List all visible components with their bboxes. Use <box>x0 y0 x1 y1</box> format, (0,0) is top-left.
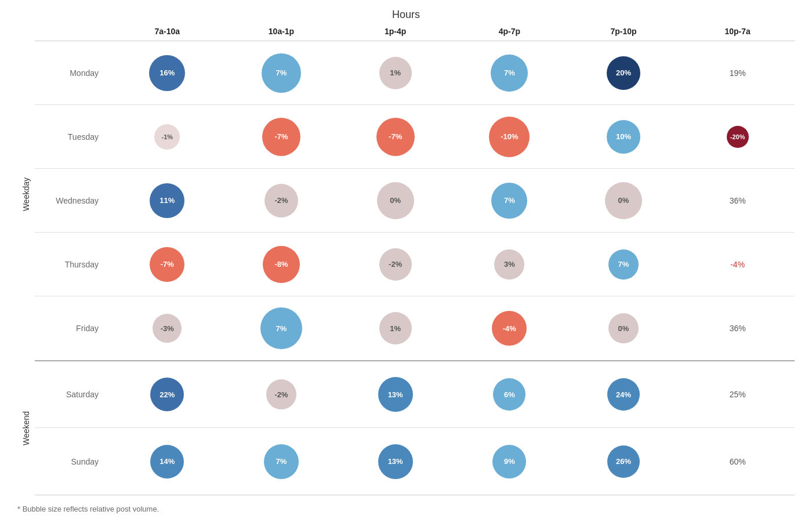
weekend-section: Saturday22%-2%13%6%24%25%Sunday14%7%13%9… <box>35 361 795 495</box>
table-cell: 16% <box>110 55 224 91</box>
bubble: 7% <box>491 55 528 92</box>
table-cell: 22% <box>110 378 224 411</box>
bubble: 10% <box>607 120 640 154</box>
bubble: 3% <box>494 249 524 280</box>
table-cell: 7% <box>452 183 567 219</box>
table-cell: 7% <box>452 55 567 92</box>
bubble: -20% <box>727 126 749 148</box>
table-cell: 7% <box>224 307 339 349</box>
table-cell: 14% <box>110 445 224 478</box>
bubble: -4% <box>492 311 527 346</box>
table-cell: 0% <box>338 182 452 219</box>
table-cell: 0% <box>567 182 681 219</box>
table-cell: -7% <box>110 247 224 282</box>
bubble: -10% <box>489 117 530 157</box>
row-label: Saturday <box>35 390 110 399</box>
table-cell: 24% <box>567 378 681 411</box>
col-header: 7a-10a <box>110 27 224 36</box>
bubble: 22% <box>150 378 184 411</box>
bubble: 6% <box>493 378 525 411</box>
bubble: -1% <box>154 124 180 150</box>
bubble: 0% <box>377 182 414 219</box>
col-header: 10p-7a <box>680 27 795 36</box>
rows-container: Monday16%7%1%7%20%19%Tuesday-1%-7%-7%-10… <box>35 41 795 495</box>
table-cell: 13% <box>338 377 452 412</box>
col-header: 7p-10p <box>567 27 681 36</box>
bubble: -2% <box>379 248 412 281</box>
table-cell: 1% <box>338 57 452 89</box>
bubble: -7% <box>376 118 415 156</box>
table-cell: -2% <box>338 248 452 281</box>
bubble: 14% <box>150 445 184 478</box>
bubble: 24% <box>607 378 640 411</box>
bubble: -7% <box>262 118 300 156</box>
row-label: Monday <box>35 68 110 78</box>
table-cell: 11% <box>110 183 224 218</box>
col-header-spacer <box>35 27 110 36</box>
table-cell: -2% <box>224 184 339 217</box>
table-row: Wednesday11%-2%0%7%0%36% <box>35 169 795 233</box>
cell-value-text: 36% <box>730 196 746 205</box>
bubble: 26% <box>607 445 640 478</box>
bubble: -8% <box>263 246 300 283</box>
table-row: Monday16%7%1%7%20%19% <box>35 41 795 105</box>
table-cell: 0% <box>567 313 681 343</box>
bubble: -2% <box>266 379 296 409</box>
table-cell: 7% <box>567 249 681 280</box>
col-header: 4p-7p <box>452 27 567 36</box>
col-headers: 7a-10a10a-1p1p-4p4p-7p7p-10p10p-7a <box>35 27 795 41</box>
bubble: 20% <box>607 56 640 90</box>
table-cell: 36% <box>680 196 795 205</box>
cell-value-text: 19% <box>730 68 746 78</box>
table-cell: 7% <box>224 53 339 93</box>
cell-value-text: 60% <box>730 457 746 466</box>
table-cell: -4% <box>452 311 567 346</box>
table-cell: 7% <box>224 444 339 479</box>
weekday-section: Monday16%7%1%7%20%19%Tuesday-1%-7%-7%-10… <box>35 41 795 361</box>
row-label: Thursday <box>35 260 110 269</box>
bubble: -7% <box>150 247 184 282</box>
bubble: 13% <box>378 377 413 412</box>
table-cell: -2% <box>224 379 339 409</box>
table-cell: 36% <box>680 324 795 333</box>
row-label: Friday <box>35 324 110 333</box>
bubble: 1% <box>379 57 412 89</box>
y-axis: Weekday Weekend <box>17 27 35 495</box>
table-cell: 25% <box>680 390 795 399</box>
table-row: Thursday-7%-8%-2%3%7%-4% <box>35 233 795 296</box>
table-row: Sunday14%7%13%9%26%60% <box>35 428 795 495</box>
table-cell: 13% <box>338 444 452 479</box>
y-axis-weekday: Weekday <box>17 27 35 361</box>
table-row: Saturday22%-2%13%6%24%25% <box>35 361 795 428</box>
bubble: 7% <box>491 183 527 219</box>
table-cell: 26% <box>567 445 681 478</box>
y-axis-weekday-label: Weekday <box>21 177 31 211</box>
table-cell: -10% <box>452 117 567 157</box>
bubble: 7% <box>264 444 299 479</box>
bubble: 0% <box>608 313 639 343</box>
grid-wrapper: Weekday Weekend 7a-10a10a-1p1p-4p4p-7p7p… <box>17 27 795 495</box>
table-area: 7a-10a10a-1p1p-4p4p-7p7p-10p10p-7a Monda… <box>35 27 795 495</box>
table-cell: 60% <box>680 457 795 466</box>
table-cell: 10% <box>567 120 681 154</box>
table-cell: -8% <box>224 246 339 283</box>
table-cell: -3% <box>110 314 224 343</box>
cell-value-text: -4% <box>730 260 745 269</box>
table-cell: -4% <box>680 260 795 269</box>
row-label: Tuesday <box>35 132 110 142</box>
y-axis-weekend: Weekend <box>17 361 35 495</box>
table-cell: 1% <box>338 312 452 345</box>
bubble: 7% <box>260 307 302 349</box>
table-cell: -20% <box>680 126 795 148</box>
chart-container: Hours Weekday Weekend 7a-10a10a-1p1p-4p4… <box>12 0 800 522</box>
table-cell: 9% <box>452 445 567 478</box>
bubble: -2% <box>264 184 298 217</box>
col-header: 1p-4p <box>338 27 452 36</box>
table-row: Tuesday-1%-7%-7%-10%10%-20% <box>35 105 795 169</box>
row-label: Sunday <box>35 457 110 466</box>
chart-title: Hours <box>17 9 795 21</box>
table-cell: 6% <box>452 378 567 411</box>
row-label: Wednesday <box>35 196 110 205</box>
bubble: 0% <box>605 182 642 219</box>
cell-value-text: 36% <box>730 324 746 333</box>
